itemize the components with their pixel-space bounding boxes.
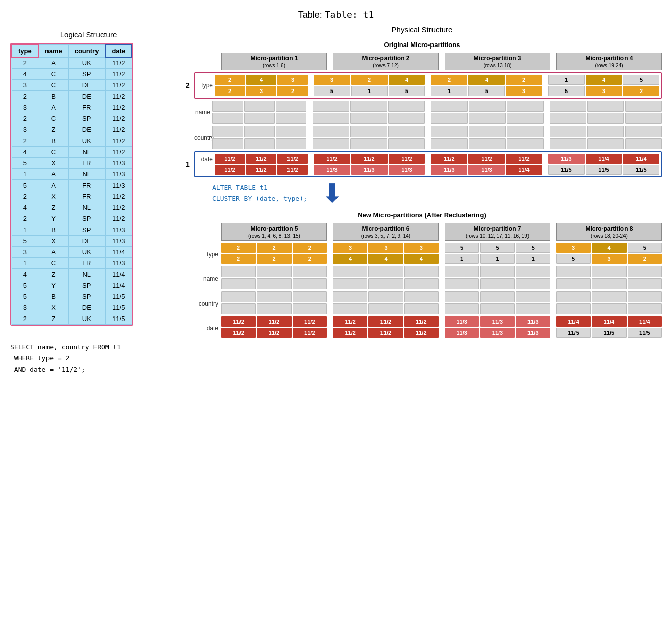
logical-cell: NL: [68, 147, 105, 158]
logical-cell: UK: [68, 57, 105, 69]
cell: 2: [293, 243, 327, 253]
cell: [625, 126, 662, 137]
cell: 11/3: [445, 328, 479, 338]
logical-cell: FR: [68, 158, 105, 169]
cell: 1: [445, 254, 479, 264]
logical-cell: 5: [12, 158, 38, 169]
partition-header: Micro-partition 8(rows 18, 20-24): [556, 223, 662, 241]
logical-cell: 2: [12, 113, 38, 124]
logical-cell: 11/3: [105, 258, 132, 269]
cell: [550, 101, 587, 112]
logical-cell: 11/3: [105, 224, 132, 236]
cell: [257, 291, 291, 302]
logical-cell: 2: [12, 57, 38, 69]
logical-cell: 2: [12, 313, 38, 325]
cell: 3: [368, 243, 403, 253]
cell: 2: [221, 243, 256, 253]
col-header-date: date: [105, 44, 132, 57]
cell: 11/2: [333, 328, 367, 338]
cell: [350, 126, 387, 137]
original-title: Original Micro-partitions: [182, 41, 662, 49]
type-p3: 2 4 2 1 5 3: [431, 75, 542, 96]
cell: [556, 291, 591, 302]
cell: 11/3: [314, 165, 350, 175]
name-label-orig: name: [194, 109, 212, 116]
type-p4: 1 4 5 5 3 2: [548, 75, 659, 96]
cell: [388, 113, 425, 124]
logical-cell: SP: [68, 113, 105, 124]
cell: 11/2: [257, 316, 291, 327]
cell: [625, 101, 662, 112]
partition-header: Micro-partition 3(rows 13-18): [445, 53, 550, 70]
country-label-orig: country: [194, 134, 212, 141]
cell: 3: [246, 86, 276, 96]
cell: 3: [277, 75, 308, 85]
type-row-group: 2 type 2 4 3: [182, 72, 662, 99]
cell: 2: [506, 75, 542, 85]
partition-headers-original: Micro-partition 1(rows 1-6)Micro-partiti…: [182, 53, 662, 70]
cell: 3: [314, 75, 350, 85]
col-header-country: country: [68, 44, 105, 57]
date-row-group: 1 date 11/2 11/2 11/2 11/2: [182, 151, 662, 177]
logical-cell: 3: [12, 247, 38, 258]
cell: [592, 278, 626, 289]
logical-cell: 11/2: [105, 213, 132, 224]
cell: [592, 303, 626, 314]
type-partitions-orig: type 2 4 3 2 3 2: [197, 75, 659, 96]
cell: 3: [592, 254, 626, 264]
cell: 2: [215, 75, 245, 85]
new-date-label: date: [182, 323, 221, 332]
sql-query: SELECT name, country FROM t1 WHERE type …: [10, 342, 167, 375]
cell: 11/4: [628, 316, 662, 327]
cell: 11/2: [246, 165, 276, 175]
logical-table-wrapper: type name country date 2AUK11/24CSP11/23…: [10, 43, 133, 326]
cell: [628, 278, 662, 289]
cell: [469, 101, 506, 112]
physical-section: Physical Structure Original Micro-partit…: [167, 25, 662, 342]
cell: 2: [623, 86, 659, 96]
logical-cell: SP: [68, 69, 105, 80]
logical-cell: 11/2: [105, 91, 132, 102]
cell: 11/2: [468, 154, 505, 164]
name-row-group-orig: name: [182, 101, 662, 124]
cell: [212, 101, 243, 112]
cell: 5: [468, 86, 505, 96]
logical-cell: Z: [38, 124, 68, 135]
cell: [587, 101, 624, 112]
cell: [368, 303, 403, 314]
new-country-label: country: [182, 298, 221, 307]
logical-cell: B: [38, 91, 68, 102]
cell: [480, 266, 514, 277]
logical-cell: UK: [68, 247, 105, 258]
country-row-group-orig: country: [182, 126, 662, 149]
cell: 2: [257, 254, 291, 264]
logical-cell: DE: [68, 236, 105, 247]
cell: 2: [277, 86, 308, 96]
logical-cell: 11/3: [105, 158, 132, 169]
cell: [404, 278, 439, 289]
cell: [550, 113, 587, 124]
cell: 3: [333, 243, 367, 253]
logical-cell: 11/2: [105, 147, 132, 158]
cell: [516, 278, 550, 289]
cell: [212, 113, 243, 124]
partition-header: Micro-partition 2(rows 7-12): [333, 53, 439, 70]
logical-cell: B: [38, 135, 68, 147]
cell: 2: [293, 254, 327, 264]
cell: 1: [431, 86, 467, 96]
cell: [388, 126, 425, 137]
logical-cell: 5: [12, 280, 38, 291]
cell: [293, 278, 327, 289]
cell: [445, 266, 479, 277]
cell: [333, 303, 367, 314]
cell: 11/4: [556, 316, 591, 327]
cell: 11/4: [506, 165, 542, 175]
logical-cell: 11/4: [105, 269, 132, 280]
down-arrow-icon: ⬇: [321, 182, 344, 205]
logical-cell: 11/2: [105, 80, 132, 91]
cell: 5: [556, 254, 591, 264]
cell: [587, 138, 624, 149]
partition-header: Micro-partition 6(rows 3, 5, 7, 2, 9, 14…: [333, 223, 439, 241]
cell: 2: [431, 75, 467, 85]
logical-cell: 11/4: [105, 247, 132, 258]
